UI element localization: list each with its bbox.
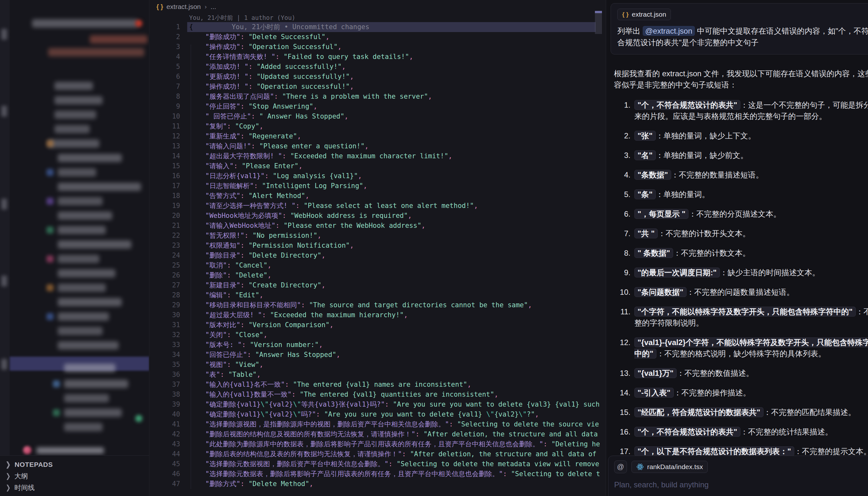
line-number: 40 bbox=[149, 409, 180, 419]
line-content: "暂无权限!": "No permission!", bbox=[180, 231, 606, 241]
code-line[interactable]: 14 "超出最大字符数限制! ": "Exceeded the maximum … bbox=[149, 151, 606, 161]
line-number: 23 bbox=[149, 241, 180, 251]
code-line[interactable]: 35 "视图": "View", bbox=[149, 360, 606, 370]
file-row-blurred[interactable] bbox=[10, 445, 149, 456]
code-line[interactable]: 7 "操作成功! ": "Operation successful!", bbox=[149, 82, 606, 92]
code-line[interactable]: 28 "编辑": "Edit", bbox=[149, 290, 606, 300]
section-timeline[interactable]: ❯ 时间线 bbox=[0, 482, 149, 493]
chat-input-box[interactable]: @ rankData/index.tsx Plan, search, build… bbox=[608, 455, 868, 496]
item-text: "-引入表"：不完整的操作描述。 bbox=[634, 387, 751, 398]
file-context-chip[interactable]: { } extract.json bbox=[617, 9, 671, 20]
section-notepads[interactable]: ❯ NOTEPADS bbox=[0, 459, 149, 470]
code-line[interactable]: 44 "删除后表的结构信息及表的所有数据均无法恢复，请谨慎操作！": "Afte… bbox=[149, 449, 606, 459]
code-line[interactable]: 4 "任务详情查询失败! ": "Failed to query task de… bbox=[149, 52, 606, 62]
line-number: 31 bbox=[149, 320, 180, 330]
context-file-chip[interactable]: rankData/index.tsx bbox=[631, 461, 708, 473]
code-line[interactable]: 38 "输入的{val1}数量不一致": "The entered {val1}… bbox=[149, 390, 606, 400]
inline-code-chip: "-引入表" bbox=[634, 388, 674, 398]
code-line[interactable]: 34 "回答已停止": "Answer Has Stopped", bbox=[149, 350, 606, 360]
code-line[interactable]: 37 "输入的{val1}名不一致": "The entered {val1} … bbox=[149, 380, 606, 390]
code-line[interactable]: 12 "重新生成": "Regenerate", bbox=[149, 131, 606, 141]
breadcrumb-more[interactable]: ... bbox=[211, 3, 216, 11]
code-line[interactable]: 33 "版本号: ": "Version number:", bbox=[149, 340, 606, 350]
add-context-button[interactable]: @ bbox=[614, 461, 627, 473]
code-line[interactable]: 17 "日志智能解析": "Intelligent Log Parsing", bbox=[149, 181, 606, 191]
code-line[interactable]: 6 "更新成功! ": "Updated successfully!", bbox=[149, 72, 606, 82]
code-line[interactable]: 39 "确定删除{val1}\"{val2}\"等共{val3}张{val1}吗… bbox=[149, 400, 606, 409]
code-line[interactable]: 40 "确定删除{val1}\"{val2}\"吗?": "Are you su… bbox=[149, 409, 606, 419]
item-text: "共 "：不完整的计数开头文本。 bbox=[634, 228, 750, 239]
code-line[interactable]: 31 "版本对比": "Version Comparison", bbox=[149, 320, 606, 330]
line-number: 4 bbox=[149, 52, 180, 62]
code-line[interactable]: 18 "告警方式": "Alert Method", bbox=[149, 191, 606, 201]
code-line[interactable]: 15 "请输入": "Please Enter", bbox=[149, 161, 606, 171]
line-number: 18 bbox=[149, 191, 180, 201]
blurred-file-icon bbox=[46, 284, 54, 291]
chat-input-placeholder[interactable]: Plan, search, build anything bbox=[614, 480, 868, 489]
section-label: 时间线 bbox=[14, 483, 35, 492]
code-line[interactable]: 21 "请输入WebHook地址": "Please enter the Web… bbox=[149, 221, 606, 231]
section-outline[interactable]: ❯ 大纲 bbox=[0, 470, 149, 482]
line-number: 43 bbox=[149, 439, 180, 449]
code-line[interactable]: 2 "删除成功": "Delete Successful", bbox=[149, 32, 606, 42]
code-line[interactable]: 13 "请输入问题!": "Please enter a question!", bbox=[149, 141, 606, 151]
context-row: @ rankData/index.tsx bbox=[614, 461, 868, 473]
line-content: "请输入问题!": "Please enter a question!", bbox=[180, 141, 606, 151]
line-content: "操作成功! ": "Operation successful!", bbox=[180, 82, 606, 92]
line-content: "删除目录": "Delete Directory", bbox=[180, 251, 606, 261]
code-line[interactable]: 8 "服务器出现了点问题": "There is a problem with … bbox=[149, 92, 606, 102]
code-line[interactable]: 41 "选择删除源视图，是指删除源库中的视图，删除后资产平台中相关信息会删除。"… bbox=[149, 419, 606, 429]
code-line[interactable]: 30 "超过最大层级! ": "Exceeded the maximum hie… bbox=[149, 310, 606, 320]
code-line[interactable]: 26 "删除": "Delete", bbox=[149, 270, 606, 280]
code-line[interactable]: 5 "添加成功! ": "Added successfully!", bbox=[149, 62, 606, 72]
code-area[interactable]: You, 21小时前 | 1 author (You) 1{You, 21小时前… bbox=[149, 14, 606, 489]
line-content: "视图": "View", bbox=[180, 360, 606, 370]
code-line[interactable]: 45 "选择删除元数据视图，删除后资产平台中相关信息会删除。": "Select… bbox=[149, 459, 606, 469]
blurred-file-row bbox=[58, 197, 103, 205]
line-content: "确定删除{val1}\"{val2}\"等共{val3}张{val1}吗?":… bbox=[180, 400, 606, 409]
code-line[interactable]: 42 "删除后视图的结构信息及视图的所有数据均无法恢复，请谨慎操作！": "Af… bbox=[149, 429, 606, 439]
breadcrumb[interactable]: { } extract.json › ... bbox=[149, 0, 606, 14]
editor-pane[interactable]: { } extract.json › ... You, 21小时前 | 1 au… bbox=[149, 0, 606, 496]
line-number: 45 bbox=[149, 459, 180, 469]
code-line[interactable]: 1{You, 21小时前 • Uncommitted changes bbox=[149, 22, 606, 32]
code-line[interactable]: 10 " 回答已停止": " Answer Has Stopped", bbox=[149, 111, 606, 121]
code-line[interactable]: 24 "删除目录": "Delete Directory", bbox=[149, 251, 606, 261]
code-line[interactable]: 3 "操作成功": "Operation Successful", bbox=[149, 42, 606, 52]
code-line[interactable]: 23 "权限通知": "Permission Notification", bbox=[149, 241, 606, 251]
line-number: 13 bbox=[149, 141, 180, 151]
code-line[interactable]: 32 "关闭": "Close", bbox=[149, 330, 606, 340]
code-line[interactable]: 20 "WebHook地址为必填项": "WebHook address is … bbox=[149, 211, 606, 221]
code-line[interactable]: 9 "停止回答": "Stop Answering", bbox=[149, 102, 606, 111]
git-blame-lens[interactable]: You, 21小时前 | 1 author (You) bbox=[149, 14, 606, 22]
item-text: "个，不符合规范设计的表共"：这是一个不完整的句子，可能是拆分出来的片段。应该是… bbox=[634, 99, 868, 122]
blurred-file-row bbox=[58, 240, 132, 249]
code-line[interactable]: 27 "新建目录": "Create Directory", bbox=[149, 280, 606, 290]
line-content: "超过最大层级! ": "Exceeded the maximum hierar… bbox=[180, 310, 606, 320]
code-line[interactable]: 22 "暂无权限!": "No permission!", bbox=[149, 231, 606, 241]
line-content: "操作成功": "Operation Successful", bbox=[180, 42, 606, 52]
code-line[interactable]: 47 "删除方式": "Delete Method", bbox=[149, 479, 606, 489]
code-line[interactable]: 25 "取消": "Cancel", bbox=[149, 261, 606, 270]
line-content: "更新成功! ": "Updated successfully!", bbox=[180, 72, 606, 82]
code-line[interactable]: 36 "表": "Table", bbox=[149, 370, 606, 380]
code-line[interactable]: 46 "选择删除元数据表，删除后将影响子产品引用该表的所有任务，且资产平台中相关… bbox=[149, 469, 606, 479]
code-line[interactable]: 29 "移动目录和目标目录不能相同": "The source and targ… bbox=[149, 300, 606, 310]
file-mention-chip[interactable]: @extract.json bbox=[643, 26, 695, 36]
blurred-file-icon bbox=[46, 140, 54, 147]
item-text: "{val1}万"：不完整的数值描述。 bbox=[634, 368, 753, 379]
breadcrumb-file[interactable]: extract.json bbox=[166, 3, 201, 11]
code-line[interactable]: 11 "复制": "Copy", bbox=[149, 121, 606, 131]
code-line[interactable]: 19 "请至少选择一种告警方式! ": "Please select at le… bbox=[149, 201, 606, 211]
blurred-file-row bbox=[58, 154, 122, 162]
code-line[interactable]: 16 "日志分析{val1}": "Log analysis {val1}", bbox=[149, 171, 606, 181]
blurred-file-row bbox=[55, 125, 90, 133]
sidebar-sections: ❯ NOTEPADS ❯ 大纲 ❯ 时间线 bbox=[0, 455, 149, 496]
code-line[interactable]: 43 "此处删除为删除源库中的数据表，删除后将影响子产品引用该表的所有任务，且资… bbox=[149, 439, 606, 449]
line-number: 16 bbox=[149, 171, 180, 181]
inline-code-chip: "条" bbox=[634, 189, 656, 199]
editor-scrollbar[interactable] bbox=[595, 11, 602, 34]
finding-item: 4."条数据"：不完整的数量描述短语。 bbox=[614, 169, 868, 181]
blurred-file-row bbox=[58, 283, 106, 292]
line-content: "删除后表的结构信息及表的所有数据均无法恢复，请谨慎操作！": "After d… bbox=[180, 449, 606, 459]
